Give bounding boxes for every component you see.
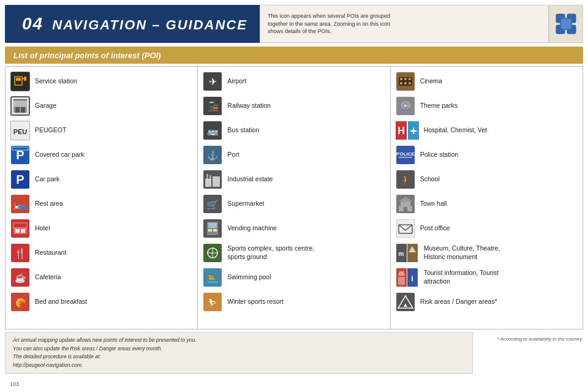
svg-text:P: P [16,173,24,186]
svg-text:▲: ▲ [402,301,409,308]
list-item: Post office [391,216,582,241]
industrial-estate-icon [203,170,222,189]
list-item: 🏊 Swimming pool [198,265,390,290]
list-item: Vending machine [198,216,390,241]
list-item: i Tourist information, Tourist attractio… [391,265,582,290]
theme-parks-label: Theme parks [420,102,458,110]
svg-text:⛷: ⛷ [208,297,217,307]
svg-text:⚓: ⚓ [207,150,219,161]
svg-point-68 [409,78,411,80]
svg-text:🎡: 🎡 [399,100,412,112]
list-item: 🛌 Rest area [6,192,197,216]
svg-text:🛒: 🛒 [206,199,219,211]
risk-areas-icon: ▲ [396,292,415,312]
car-park-label: Car park [35,175,59,184]
svg-text:🚶: 🚶 [399,175,411,186]
svg-point-70 [404,82,407,85]
school-label: School [420,175,440,184]
svg-rect-96 [398,277,405,285]
bottom-note-text: An annual mapping update allows new poin… [13,337,197,368]
hospital-label: Hospital, Chemist, Vet [424,126,487,135]
service-station-label: Service station [35,77,77,86]
hotel-icon [10,219,30,238]
svg-rect-54 [208,229,212,232]
restaurant-icon: 🍴 [10,243,30,263]
rest-area-icon: 🛌 [10,194,30,214]
list-item: H + Hospital, Chemist, Vet [391,118,582,143]
svg-text:POLICE: POLICE [396,151,415,157]
restaurant-label: Restaurant [35,249,66,257]
town-hall-label: Town hall [420,200,447,208]
supermarket-icon: 🛒 [203,194,222,214]
list-item: ⛷ Winter sports resort [198,290,390,314]
swimming-pool-label: Swimming pool [227,273,271,282]
header-note: This icon appears when several POIs are … [260,5,549,43]
list-item: POLICE Police station [391,143,582,167]
svg-rect-55 [213,229,217,232]
bus-station-label: Bus station [227,126,259,135]
svg-text:🛌: 🛌 [13,197,28,211]
bottom-note: An annual mapping update allows new poin… [5,332,473,374]
post-office-icon [396,219,415,238]
chapter-title: 04 NAVIGATION – GUIDANCE [22,14,247,34]
winter-sports-icon: ⛷ [203,292,222,312]
winter-sports-label: Winter sports resort [227,298,284,306]
svg-text:H: H [398,126,405,136]
poi-column-2: ✈ Airport 🚂 Railway station 🚌 Bus statio… [198,67,390,329]
cinema-icon [396,72,415,91]
list-item: Sports complex, sports centre, sports gr… [198,241,390,265]
svg-point-71 [409,82,411,85]
list-item: 🚌 Bus station [198,118,390,143]
svg-rect-53 [208,223,217,228]
cluster-icon-box [549,5,583,43]
svg-rect-28 [21,229,25,233]
museum-icon: m [396,243,419,263]
list-item: 🥐 Bed and breakfast [6,290,197,314]
industrial-estate-label: Industrial estate [227,175,273,184]
svg-rect-4 [560,18,571,29]
garage-label: Garage [35,102,56,110]
garage-icon [10,96,30,116]
svg-text:i: i [411,274,413,283]
list-item: PEU PEUGEOT [6,118,197,143]
svg-text:🚌: 🚌 [207,126,219,137]
svg-point-69 [400,82,402,85]
svg-text:✈: ✈ [209,77,217,87]
bed-breakfast-label: Bed and breakfast [35,298,87,306]
list-item: Cinema [391,69,582,94]
svg-rect-92 [407,244,418,262]
header-note-text: This icon appears when several POIs are … [268,12,390,36]
list-item: Service station [6,69,197,94]
page-number: 103 [10,381,19,387]
covered-car-park-label: Covered car park [35,151,85,159]
hotel-label: Hotel [35,224,50,233]
rest-area-label: Rest area [35,200,63,208]
railway-station-icon: 🚂 [203,96,222,116]
port-label: Port [227,151,239,159]
service-station-icon [10,72,30,91]
list-item: Town hall [391,192,582,216]
section-title-bar: List of principal points of interest (PO… [5,47,583,64]
svg-rect-7 [16,78,21,81]
peugeot-label: PEUGEOT [35,126,66,135]
police-station-label: Police station [420,151,458,159]
svg-text:🏊: 🏊 [207,273,219,284]
list-item: Garage [6,94,197,118]
svg-text:🥐: 🥐 [15,298,26,308]
footnote: * According to availability in the count… [473,332,583,342]
svg-rect-14 [15,107,20,113]
cafeteria-label: Cafeteria [35,273,61,282]
page-header: 04 NAVIGATION – GUIDANCE This icon appea… [5,5,583,43]
list-item: Industrial estate [198,167,390,192]
chapter-name: NAVIGATION – GUIDANCE [52,17,247,32]
list-item: P Car park [6,167,197,192]
svg-rect-13 [13,99,27,100]
post-office-label: Post office [420,224,450,233]
accent-bar [5,5,10,43]
list-item: 🛒 Supermarket [198,192,390,216]
supermarket-label: Supermarket [227,200,264,208]
tourist-info-label: Tourist information, Tourist attraction [424,269,499,285]
chapter-number: 04 [22,14,43,33]
list-item: ⚓ Port [198,143,390,167]
svg-rect-87 [404,207,407,211]
